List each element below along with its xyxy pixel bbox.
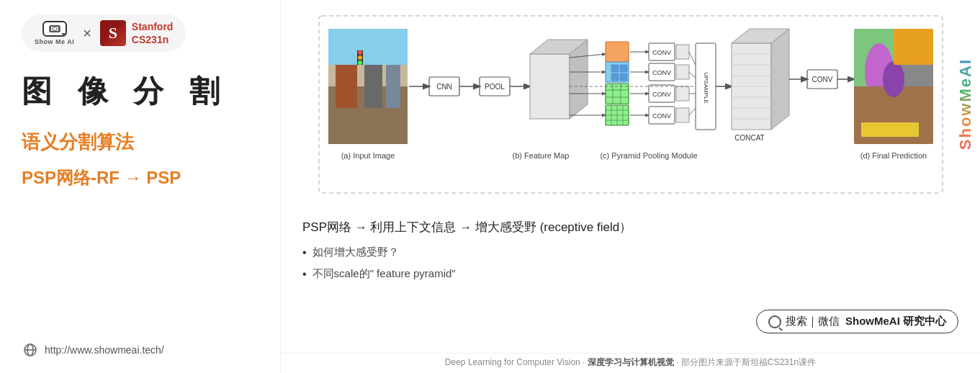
- svg-text:CONV: CONV: [652, 112, 670, 120]
- svg-text:POOL: POOL: [485, 83, 505, 91]
- svg-rect-11: [328, 29, 408, 65]
- svg-text:CONV: CONV: [652, 49, 670, 56]
- bullet-text-1: 如何增大感受野？: [313, 244, 399, 261]
- showme-logo: Show Me AI: [35, 21, 74, 45]
- svg-rect-93: [894, 29, 933, 65]
- svg-rect-1: [53, 27, 57, 30]
- svg-rect-63: [676, 108, 689, 122]
- showme-icon-arrow: [61, 33, 67, 37]
- tv-icon: [49, 25, 60, 32]
- website-url: http://www.showmeai.tech/: [45, 344, 164, 356]
- stanford-text: Stanford CS231n: [132, 20, 174, 46]
- svg-text:CNN: CNN: [436, 83, 452, 91]
- svg-text:CONV: CONV: [652, 91, 670, 98]
- svg-point-13: [358, 50, 362, 55]
- svg-rect-0: [50, 26, 60, 32]
- stanford-line1: Stanford: [132, 20, 174, 33]
- svg-rect-36: [611, 73, 619, 81]
- svg-rect-34: [611, 65, 619, 72]
- logo-area: Show Me AI × S Stanford CS231n: [22, 14, 186, 52]
- search-label: 搜索｜微信 ShowMeAI 研究中心: [786, 315, 946, 328]
- stanford-s-letter: S: [100, 20, 126, 46]
- svg-rect-27: [606, 42, 629, 62]
- svg-text:UPSAMPLE: UPSAMPLE: [702, 72, 709, 104]
- svg-point-14: [358, 55, 362, 60]
- svg-rect-37: [620, 73, 627, 81]
- stanford-logo: S Stanford CS231n: [100, 20, 174, 46]
- svg-line-66: [689, 52, 696, 65]
- svg-text:CONV: CONV: [812, 76, 832, 84]
- watermark-text: ShowMeAI: [956, 58, 975, 150]
- svg-rect-35: [620, 65, 627, 72]
- footer-text: Deep Learning for Computer Vision · 深度学习…: [281, 353, 980, 373]
- times-symbol: ×: [83, 25, 91, 42]
- svg-text:(d) Final Prediction: (d) Final Prediction: [860, 151, 926, 160]
- svg-text:CONV: CONV: [652, 69, 670, 76]
- svg-marker-81: [771, 29, 789, 130]
- svg-text:(b) Feature Map: (b) Feature Map: [512, 151, 569, 160]
- bullet-dot-2: •: [302, 266, 307, 283]
- watermark: ShowMeAI: [951, 0, 980, 209]
- svg-line-67: [689, 72, 696, 78]
- stanford-line2: CS231n: [132, 33, 174, 46]
- psp-network-diagram: CNN POOL CONV: [318, 14, 944, 194]
- diagram-area: CNN POOL CONV: [281, 0, 980, 209]
- svg-text:(c) Pyramid Pooling Module: (c) Pyramid Pooling Module: [600, 151, 697, 160]
- showme-label: Show Me AI: [35, 38, 74, 45]
- left-panel: Show Me AI × S Stanford CS231n 图 像 分 割 语…: [0, 0, 281, 373]
- search-badge[interactable]: 搜索｜微信 ShowMeAI 研究中心: [756, 310, 958, 333]
- svg-line-69: [689, 108, 696, 115]
- bullet-item-2: • 不同scale的" feature pyramid": [302, 266, 958, 283]
- svg-point-91: [883, 61, 904, 97]
- svg-rect-31: [676, 45, 689, 59]
- link-icon: [22, 341, 39, 359]
- search-icon: [768, 315, 781, 328]
- svg-rect-23: [530, 54, 570, 119]
- svg-rect-8: [336, 58, 357, 108]
- svg-point-15: [358, 60, 362, 65]
- footer-content: Deep Learning for Computer Vision · 深度学习…: [445, 357, 816, 367]
- svg-rect-10: [386, 65, 400, 108]
- svg-text:CONCAT: CONCAT: [734, 134, 764, 142]
- svg-rect-51: [676, 86, 689, 101]
- subsection-title: PSP网络-RF → PSP: [22, 166, 259, 189]
- svg-rect-41: [676, 65, 689, 79]
- svg-rect-92: [861, 122, 919, 137]
- section-title: 语义分割算法: [22, 130, 259, 155]
- content-area: PSP网络 → 利用上下文信息 → 增大感受野 (receptive field…: [281, 209, 980, 353]
- right-panel: CNN POOL CONV: [281, 0, 980, 373]
- svg-rect-5: [319, 16, 943, 193]
- svg-text:(a) Input Image: (a) Input Image: [341, 151, 395, 160]
- main-description: PSP网络 → 利用上下文信息 → 增大感受野 (receptive field…: [302, 217, 958, 237]
- showme-icon: [42, 21, 67, 37]
- website-link: http://www.showmeai.tech/: [22, 341, 259, 359]
- bullet-item-1: • 如何增大感受野？: [302, 244, 958, 261]
- svg-marker-25: [570, 40, 588, 119]
- bullet-text-2: 不同scale的" feature pyramid": [313, 266, 456, 282]
- page-title: 图 像 分 割: [22, 73, 259, 109]
- bullet-dot-1: •: [302, 244, 307, 261]
